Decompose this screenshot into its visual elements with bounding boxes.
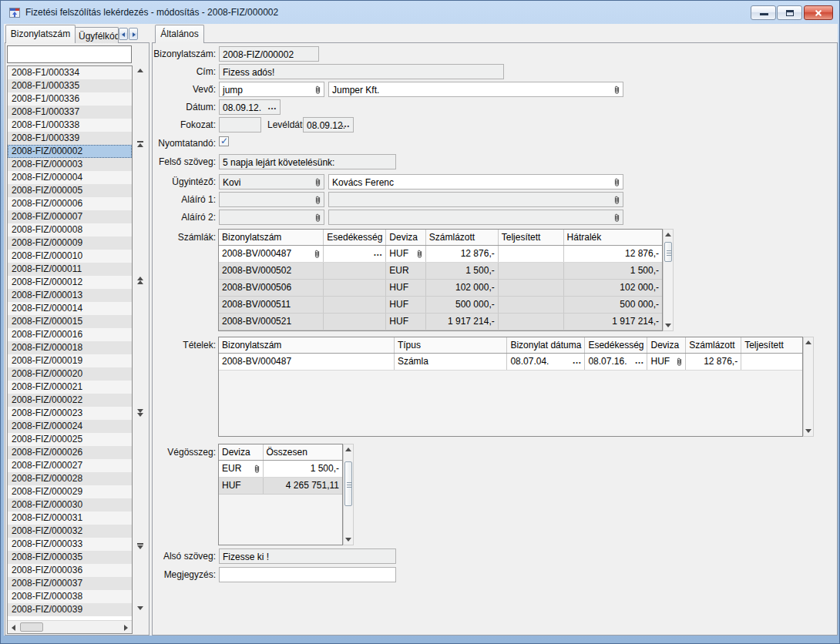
list-item[interactable]: 2008-FIZ/000024 [8, 420, 132, 433]
tab-ugyfelkod[interactable]: Ügyfélkód [75, 27, 119, 43]
list-horizontal-scrollbar[interactable] [8, 620, 132, 633]
list-item[interactable]: 2008-FIZ/000013 [8, 289, 132, 302]
list-item[interactable]: 2008-FIZ/000031 [8, 512, 132, 525]
list-item[interactable]: 2008-FIZ/000008 [8, 223, 132, 236]
fokozat-field[interactable] [219, 117, 261, 132]
ellipsis-button[interactable]: … [341, 119, 350, 129]
paperclip-icon[interactable] [613, 177, 620, 187]
list-item[interactable]: 2008-FIZ/000035 [8, 551, 132, 564]
tetelek-scrollbar[interactable] [803, 337, 814, 437]
cell[interactable]: HUF [647, 353, 686, 370]
cell[interactable]: HUF [219, 477, 263, 494]
cell[interactable]: 500 000,- [563, 296, 662, 313]
scroll-up-icon[interactable] [805, 340, 811, 344]
list-item[interactable]: 2008-FIZ/000028 [8, 472, 132, 485]
cell[interactable]: HUF [386, 296, 425, 313]
vevo-name-field[interactable]: Jumper Kft. [328, 82, 623, 97]
cell[interactable]: HUF [386, 245, 425, 262]
cell[interactable]: 102 000,- [563, 279, 662, 296]
list-item[interactable]: 2008-FIZ/000033 [8, 538, 132, 551]
alairo1-code-field[interactable] [219, 192, 324, 207]
list-item[interactable]: 2008-FIZ/000004 [8, 171, 132, 184]
list-item[interactable]: 2008-FIZ/000030 [8, 498, 132, 512]
cell[interactable] [498, 296, 563, 313]
scrollbar-thumb[interactable] [664, 242, 672, 262]
cell[interactable]: HUF [386, 313, 425, 330]
cell[interactable] [324, 279, 386, 296]
paperclip-icon[interactable] [416, 249, 423, 259]
cell[interactable] [324, 262, 386, 279]
paperclip-icon[interactable] [613, 85, 620, 95]
column-header[interactable]: Esedékesség [324, 230, 386, 245]
cell[interactable]: 12 876,- [686, 353, 741, 370]
list-item[interactable]: 2008-FIZ/000038 [8, 590, 132, 603]
cell[interactable]: EUR [219, 460, 263, 477]
list-item[interactable]: 2008-F1/000336 [8, 92, 132, 106]
cell[interactable]: 08.07.16.… [585, 353, 647, 370]
list-item[interactable]: 2008-FIZ/000006 [8, 197, 132, 210]
column-header[interactable]: Deviza [219, 444, 263, 460]
cell[interactable]: 08.07.04.… [507, 353, 585, 370]
cell[interactable] [324, 296, 386, 313]
cell[interactable]: 1 917 214,- [563, 313, 662, 330]
maximize-button[interactable] [777, 5, 802, 20]
column-header[interactable]: Típus [394, 337, 507, 353]
strip-pageup-icon[interactable] [135, 277, 146, 284]
cell[interactable]: Számla [394, 353, 507, 370]
paperclip-icon[interactable] [314, 195, 321, 205]
column-header[interactable]: Teljesített [741, 337, 802, 353]
bizonylatszam-field[interactable]: 2008-FIZ/000002 [219, 46, 319, 62]
cell[interactable]: 1 500,- [425, 262, 498, 279]
alairo1-name-field[interactable] [328, 192, 623, 207]
nyomtatando-checkbox[interactable]: ✓ [219, 136, 229, 146]
list-item[interactable]: 2008-FIZ/000012 [8, 276, 132, 289]
list-item[interactable]: 2008-F1/000337 [8, 106, 132, 119]
alairo2-code-field[interactable] [219, 210, 324, 225]
felso-szoveg-field[interactable]: 5 napja lejárt követelésünk: [219, 154, 396, 169]
cell[interactable]: 1 917 214,- [425, 313, 498, 330]
scroll-up-icon[interactable] [665, 233, 671, 236]
vegosszeg-table[interactable]: Deviza Összesen EUR 1 500,- HUF 4 265 75… [218, 444, 343, 545]
cell[interactable]: 2008-BV/000521 [219, 313, 324, 330]
paperclip-icon[interactable] [254, 464, 260, 474]
minimize-button[interactable] [751, 5, 776, 20]
column-header[interactable]: Bizonylat dátuma [507, 337, 585, 353]
strip-up-icon[interactable] [135, 69, 146, 72]
titlebar[interactable]: Fizetési felszólítás lekérdezés - módosí… [1, 1, 840, 24]
cell[interactable] [324, 313, 386, 330]
cell[interactable]: 500 000,- [425, 296, 498, 313]
column-header[interactable]: Deviza [647, 337, 686, 353]
paperclip-icon[interactable] [314, 85, 321, 95]
cell[interactable]: 102 000,- [425, 279, 498, 296]
tab-scroll-left-button[interactable] [119, 28, 128, 40]
cell[interactable]: … [324, 245, 386, 262]
document-list-box[interactable]: 2008-F1/0003342008-F1/0003352008-F1/0003… [7, 65, 133, 634]
strip-pagedown-icon[interactable] [135, 409, 146, 417]
szamlak-scrollbar[interactable] [663, 229, 674, 331]
list-item[interactable]: 2008-FIZ/000009 [8, 236, 132, 250]
list-item[interactable]: 2008-FIZ/000003 [8, 158, 132, 171]
column-header[interactable]: Összesen [263, 444, 342, 460]
list-item[interactable]: 2008-FIZ/000026 [8, 446, 132, 459]
list-item[interactable]: 2008-FIZ/000016 [8, 328, 132, 341]
tab-bizonylatszam[interactable]: Bizonylatszám [5, 25, 76, 43]
leveldatum-field[interactable]: 08.09.12.… [303, 117, 354, 132]
list-item[interactable]: 2008-FIZ/000002 [8, 145, 132, 158]
cell[interactable]: 2008-BV/000511 [219, 296, 324, 313]
datum-field[interactable]: 08.09.12.… [219, 99, 281, 115]
megjegyzes-field[interactable] [219, 567, 396, 582]
strip-down-icon[interactable] [135, 606, 146, 610]
column-header[interactable]: Hátralék [563, 230, 662, 245]
ellipsis-button[interactable]: … [634, 355, 643, 366]
scroll-up-icon[interactable] [345, 448, 351, 451]
column-header[interactable]: Számlázott [425, 230, 498, 245]
list-item[interactable]: 2008-FIZ/000036 [8, 564, 132, 577]
ugyintezo-name-field[interactable]: Kovács Ferenc [328, 174, 623, 190]
list-item[interactable]: 2008-F1/000335 [8, 79, 132, 92]
cell[interactable]: 1 500,- [563, 262, 662, 279]
cell[interactable]: 2008-BV/000506 [219, 279, 324, 296]
column-header[interactable]: Esedékesség [585, 337, 647, 353]
scroll-right-icon[interactable] [124, 625, 128, 631]
cell[interactable] [498, 262, 563, 279]
ellipsis-button[interactable]: … [373, 247, 382, 258]
